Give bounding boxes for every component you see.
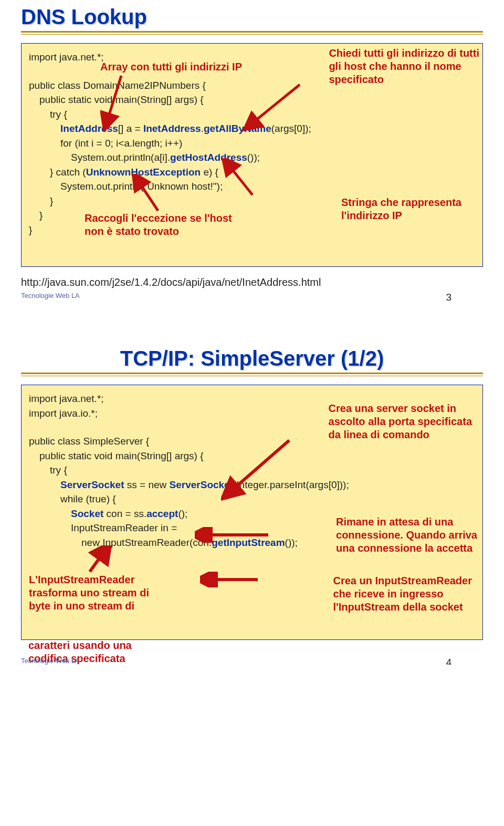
code-line: System.out.println(a[i].getHostAddress()… (29, 150, 475, 165)
annotation-isr: Crea un InputStreamReader che riceve in … (333, 574, 472, 614)
page-number: 3 (446, 292, 452, 303)
anno-text: gli host che hanno il nome (329, 60, 461, 72)
divider-thin (21, 376, 483, 376)
anno-text: Crea una server socket in (329, 402, 456, 414)
code-line: try { (29, 463, 475, 478)
divider (21, 373, 483, 374)
annotation-string: Stringa che rappresenta l'indirizzo IP (341, 196, 461, 222)
anno-text: connessione. Quando arriva (336, 529, 477, 541)
annotation-server: Crea una server socket in ascolto alla p… (329, 402, 472, 441)
code-line: for (int i = 0; i<a.length; i++) (29, 136, 475, 151)
code-line: public static void main(String[] args) { (29, 92, 475, 107)
divider (21, 31, 483, 33)
code-block: Chiedi tutti gli indirizzo di tutti gli … (21, 43, 483, 267)
code-line: InetAddress[] a = InetAddress.getAllByNa… (29, 121, 475, 136)
code-block: Crea una server socket in ascolto alla p… (21, 385, 483, 640)
code-line: public static void main(String[] args) { (29, 449, 475, 463)
slide-title: DNS Lookup (21, 5, 483, 29)
arrow-icon (85, 545, 116, 577)
footer-text: Tecnologie Web LA (21, 292, 80, 300)
anno-text: una connessione la accetta (336, 542, 472, 554)
annotation-catch: Raccogli l'eccezione se l'host non è sta… (85, 212, 232, 238)
slide-footer: Tecnologie Web LA 4 (21, 657, 483, 665)
arrow-icon (200, 572, 263, 587)
anno-text: byte in uno stream di (29, 600, 134, 612)
footer-text: Tecnologie Web LA (21, 657, 80, 665)
anno-text: Chiedi tutti gli indirizzo di tutti (329, 47, 479, 59)
code-line: while (true) { (29, 492, 475, 507)
anno-text: da linea di comando (329, 429, 429, 440)
anno-text: L'InputStreamReader (29, 574, 134, 585)
annotation-array: Array con tutti gli indirizzi IP (100, 60, 242, 74)
anno-text: che riceve in ingresso (333, 588, 443, 600)
annotation-top: Chiedi tutti gli indirizzo di tutti gli … (329, 47, 479, 86)
code-line: System.out.println("Unknown host!"); (29, 179, 475, 194)
anno-text: caratteri usando una (28, 639, 132, 651)
anno-text: Raccogli l'eccezione se l'host (85, 212, 232, 224)
anno-text: Rimane in attesa di una (336, 516, 453, 528)
divider-thin (21, 34, 483, 35)
slide-footer: Tecnologie Web LA 3 (21, 292, 483, 300)
slide-title: TCP/IP: SimpleServer (1/2) (21, 347, 483, 370)
annotation-wait: Rimane in attesa di una connessione. Qua… (336, 515, 477, 555)
code-line: ServerSocket ss = new ServerSocket(Integ… (29, 478, 475, 492)
anno-text: non è stato trovato (85, 225, 179, 237)
annotation-left: L'InputStreamReader trasforma uno stream… (29, 573, 149, 613)
anno-text: Crea un InputStreamReader (333, 575, 472, 586)
svg-line-7 (90, 550, 106, 572)
anno-text: ascolto alla porta specificata (329, 416, 472, 427)
anno-text: specificato (329, 74, 383, 85)
page-number: 4 (446, 657, 452, 665)
anno-text: trasforma uno stream di (29, 587, 149, 598)
reference-url: http://java.sun.com/j2se/1.4.2/docs/api/… (21, 276, 483, 288)
anno-text: l'InputStream della socket (333, 601, 463, 613)
anno-text: l'indirizzo IP (341, 210, 402, 221)
code-line: } catch (UnknownHostException e) { (29, 165, 475, 180)
code-line: try { (29, 107, 475, 122)
anno-text: Stringa che rappresenta (341, 197, 461, 208)
